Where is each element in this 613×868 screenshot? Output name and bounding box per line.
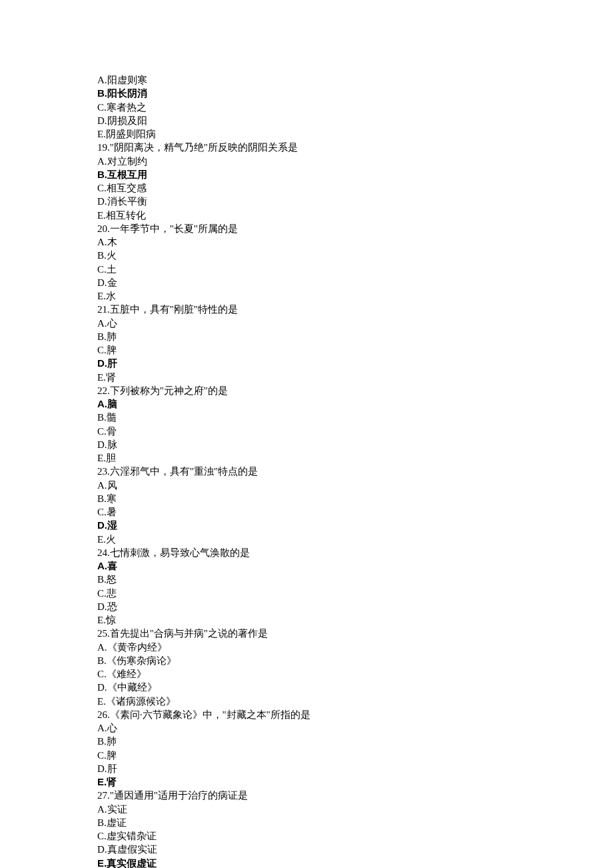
text-line: B.寒 (97, 492, 613, 505)
text-line: C.虚实错杂证 (97, 829, 613, 843)
text-line: C.悲 (97, 587, 613, 600)
text-line: A.喜 (97, 559, 613, 573)
text-line: C.暑 (97, 505, 613, 519)
text-line: D.《中藏经》 (97, 681, 613, 694)
text-line: A.心 (97, 721, 613, 735)
text-line: E.胆 (97, 451, 613, 465)
text-line: D.阴损及阳 (97, 114, 613, 127)
text-line: 24.七情刺激，易导致心气涣散的是 (97, 546, 613, 559)
text-line: C.脾 (97, 343, 613, 357)
text-line: B.怒 (97, 573, 613, 586)
text-line: C.《难经》 (97, 667, 613, 681)
text-line: A.《黄帝内经》 (97, 641, 613, 654)
text-line: E.阴盛则阳病 (97, 127, 613, 141)
text-line: B.互根互用 (97, 168, 613, 181)
text-line: D.肝 (97, 357, 613, 370)
text-line: B.肺 (97, 330, 613, 343)
text-line: B.《伤寒杂病论》 (97, 654, 613, 667)
text-line: B.阳长阴消 (97, 87, 613, 100)
text-line: C.脾 (97, 749, 613, 762)
text-line: 22.下列被称为"元神之府"的是 (97, 384, 613, 397)
text-line: E.《诸病源候论》 (97, 695, 613, 708)
text-line: 23.六淫邪气中，具有"重浊"特点的是 (97, 465, 613, 478)
text-line: E.水 (97, 289, 613, 303)
text-line: A.风 (97, 479, 613, 492)
text-line: E.肾 (97, 775, 613, 789)
text-line: B.火 (97, 249, 613, 262)
text-line: C.土 (97, 263, 613, 276)
text-line: E.惊 (97, 613, 613, 627)
text-line: D.恐 (97, 600, 613, 613)
text-line: D.湿 (97, 519, 613, 532)
text-line: A.心 (97, 317, 613, 330)
document-content: A.阳虚则寒B.阳长阴消C.寒者热之D.阴损及阳E.阴盛则阳病19."阴阳离决，… (97, 73, 613, 868)
text-line: 20.一年季节中，"长夏"所属的是 (97, 222, 613, 235)
text-line: D.金 (97, 276, 613, 289)
text-line: D.肝 (97, 762, 613, 775)
text-line: B.髓 (97, 411, 613, 424)
text-line: 26.《素问·六节藏象论》中，"封藏之本"所指的是 (97, 708, 613, 721)
text-line: B.肺 (97, 735, 613, 748)
text-line: A.阳虚则寒 (97, 73, 613, 87)
text-line: 25.首先提出"合病与并病"之说的著作是 (97, 627, 613, 640)
text-line: A.实证 (97, 803, 613, 816)
text-line: C.骨 (97, 425, 613, 438)
text-line: A.木 (97, 235, 613, 249)
text-line: E.相互转化 (97, 209, 613, 222)
text-line: E.真实假虚证 (97, 857, 613, 869)
text-line: A.脑 (97, 397, 613, 411)
text-line: D.真虚假实证 (97, 843, 613, 856)
text-line: C.相互交感 (97, 181, 613, 195)
text-line: 27."通因通用"适用于治疗的病证是 (97, 789, 613, 802)
text-line: E.火 (97, 533, 613, 546)
text-line: D.消长平衡 (97, 195, 613, 208)
text-line: C.寒者热之 (97, 101, 613, 114)
text-line: B.虚证 (97, 816, 613, 829)
text-line: 19."阴阳离决，精气乃绝"所反映的阴阳关系是 (97, 141, 613, 154)
text-line: A.对立制约 (97, 155, 613, 168)
text-line: D.脉 (97, 438, 613, 451)
text-line: 21.五脏中，具有"刚脏"特性的是 (97, 303, 613, 316)
text-line: E.肾 (97, 371, 613, 384)
